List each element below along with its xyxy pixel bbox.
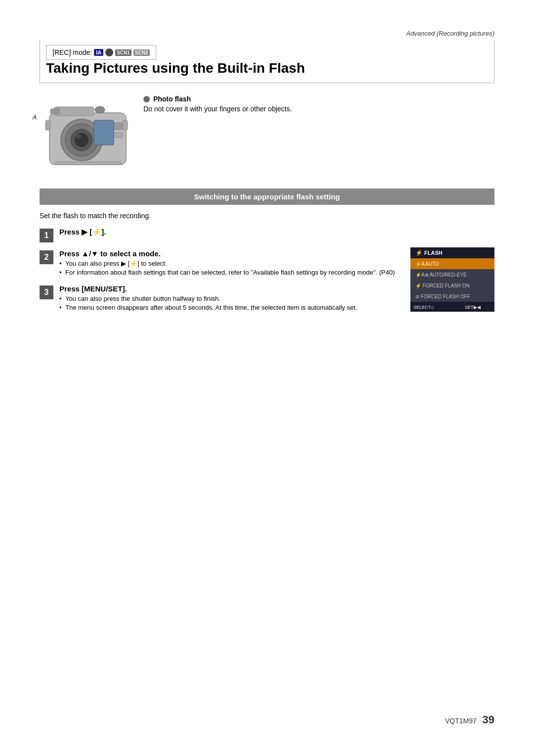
page-caption: Advanced (Recording pictures) bbox=[40, 30, 494, 37]
step-1-title: Press ▶ [⚡]. bbox=[59, 228, 400, 236]
set-flash-text: Set the flash to match the recording. bbox=[40, 212, 494, 220]
rec-mode-label: [REC] mode: bbox=[52, 48, 92, 56]
badge-scn2: SCN2 bbox=[134, 49, 150, 56]
camera-image-wrapper: A bbox=[40, 93, 134, 177]
svg-text:⚡A AUTO: ⚡A AUTO bbox=[415, 261, 439, 267]
title-section: [REC] mode: IA SCN1 SCN2 Taking Pictures… bbox=[40, 40, 494, 83]
rec-mode-box: [REC] mode: IA SCN1 SCN2 bbox=[46, 45, 156, 60]
step-1-content: Press ▶ [⚡]. bbox=[59, 228, 400, 238]
footer: VQT1M97 39 bbox=[445, 713, 494, 726]
step-2-bullet-1: You can also press ▶ [⚡] to select. bbox=[59, 260, 400, 267]
svg-rect-9 bbox=[113, 123, 123, 130]
svg-rect-1 bbox=[54, 107, 94, 116]
flash-menu-screenshot: FLASH ⚡ ⚡A AUTO ⚡A⊕ AUTO/RED-EYE ⚡ FORCE… bbox=[410, 247, 494, 320]
step-2-title: Press ▲/▼ to select a mode. bbox=[59, 249, 400, 258]
svg-point-8 bbox=[76, 135, 81, 139]
page: Advanced (Recording pictures) [REC] mode… bbox=[0, 0, 534, 756]
step-2: 2 Press ▲/▼ to select a mode. You can al… bbox=[40, 249, 400, 278]
badge-ia: IA bbox=[94, 49, 103, 56]
svg-text:SET▶◀: SET▶◀ bbox=[465, 305, 481, 310]
intro-row: A bbox=[40, 93, 494, 177]
footer-page: 39 bbox=[483, 713, 494, 726]
step-2-bullets: You can also press ▶ [⚡] to select. For … bbox=[59, 260, 400, 276]
svg-rect-12 bbox=[54, 161, 121, 164]
photo-flash-desc: Do not cover it with your fingers or oth… bbox=[143, 105, 292, 113]
svg-point-7 bbox=[75, 133, 89, 147]
svg-text:⚡A⊕ AUTO/RED-EYE: ⚡A⊕ AUTO/RED-EYE bbox=[415, 272, 467, 278]
step-3-bullets: You can also press the shutter button ha… bbox=[59, 295, 400, 311]
flash-circle-icon bbox=[143, 96, 150, 102]
camera-illustration bbox=[40, 93, 134, 175]
steps-left: 1 Press ▶ [⚡]. 2 Press ▲/▼ to select a m… bbox=[40, 228, 400, 320]
label-a: A bbox=[33, 114, 37, 121]
svg-rect-2 bbox=[50, 109, 59, 114]
step-3: 3 Press [MENU/SET]. You can also press t… bbox=[40, 284, 400, 313]
svg-point-3 bbox=[95, 106, 105, 113]
footer-code: VQT1M97 bbox=[445, 717, 477, 725]
step-2-content: Press ▲/▼ to select a mode. You can also… bbox=[59, 249, 400, 278]
svg-rect-13 bbox=[45, 120, 50, 130]
step-1: 1 Press ▶ [⚡]. bbox=[40, 228, 400, 242]
svg-rect-14 bbox=[123, 120, 128, 130]
badge-scn1: SCN1 bbox=[115, 49, 132, 56]
step-2-bullet-2: For information about flash settings tha… bbox=[59, 269, 400, 276]
step-3-bullet-1: You can also press the shutter button ha… bbox=[59, 295, 400, 302]
svg-rect-11 bbox=[94, 120, 114, 145]
svg-text:SELECT◇: SELECT◇ bbox=[413, 305, 434, 310]
page-title: Taking Pictures using the Built-in Flash bbox=[46, 60, 488, 77]
step-3-content: Press [MENU/SET]. You can also press the… bbox=[59, 284, 400, 313]
step-1-number: 1 bbox=[40, 229, 53, 242]
svg-rect-10 bbox=[113, 133, 123, 138]
svg-text:FLASH: FLASH bbox=[424, 250, 443, 256]
steps-area: 1 Press ▶ [⚡]. 2 Press ▲/▼ to select a m… bbox=[40, 228, 494, 320]
badge-circle bbox=[105, 48, 113, 56]
svg-rect-16 bbox=[410, 247, 494, 258]
camera-intro-text: Photo flash Do not cover it with your fi… bbox=[143, 93, 292, 113]
step-3-bullet-2: The menu screen disappears after about 5… bbox=[59, 304, 400, 311]
step-3-title: Press [MENU/SET]. bbox=[59, 284, 400, 293]
step-2-number: 2 bbox=[40, 250, 53, 264]
flash-menu-svg: FLASH ⚡ ⚡A AUTO ⚡A⊕ AUTO/RED-EYE ⚡ FORCE… bbox=[410, 247, 494, 312]
section-header: Switching to the appropriate flash setti… bbox=[40, 189, 494, 205]
photo-flash-title: Photo flash bbox=[143, 95, 292, 103]
svg-text:⚡ FORCED FLASH ON: ⚡ FORCED FLASH ON bbox=[415, 283, 470, 289]
step-3-number: 3 bbox=[40, 285, 53, 299]
svg-text:⊘ FORCED FLASH OFF: ⊘ FORCED FLASH OFF bbox=[415, 294, 470, 299]
svg-text:⚡: ⚡ bbox=[415, 249, 423, 256]
